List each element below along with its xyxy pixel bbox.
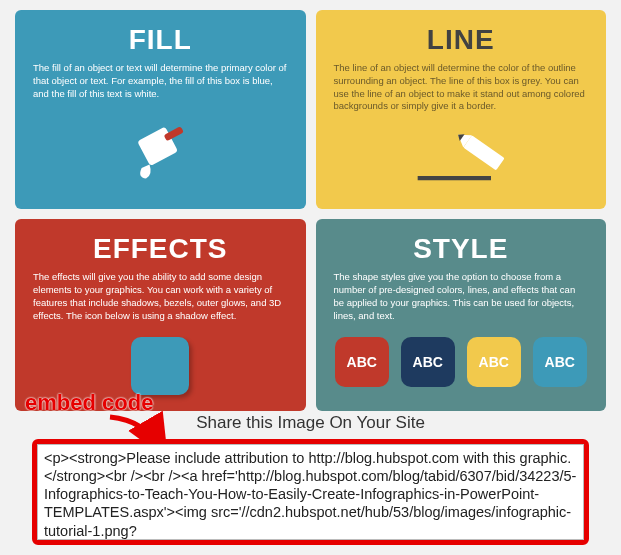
pencil-icon [334, 129, 589, 193]
effects-card: EFFECTS The effects will give you the ab… [15, 219, 306, 410]
line-card: LINE The line of an object will determin… [316, 10, 607, 209]
swatch-label: ABC [479, 354, 509, 370]
swatch-label: ABC [347, 354, 377, 370]
style-swatches: ABC ABC ABC ABC [334, 337, 589, 387]
swatch-teal: ABC [533, 337, 587, 387]
embed-code-box [32, 439, 589, 545]
fill-card: FILL The fill of an object or text will … [15, 10, 306, 209]
share-heading: Share this Image On Your Site [0, 413, 621, 433]
shadow-square-icon [131, 337, 189, 395]
share-section: Share this Image On Your Site [0, 413, 621, 545]
swatch-label: ABC [545, 354, 575, 370]
style-card: STYLE The shape styles give you the opti… [316, 219, 607, 410]
paint-bucket-icon [33, 112, 288, 186]
card-grid: FILL The fill of an object or text will … [0, 0, 621, 416]
fill-title: FILL [33, 24, 288, 56]
swatch-navy: ABC [401, 337, 455, 387]
line-body: The line of an object will determine the… [334, 62, 589, 113]
effects-title: EFFECTS [33, 233, 288, 265]
style-body: The shape styles give you the option to … [334, 271, 589, 322]
embed-code-textarea[interactable] [37, 444, 584, 540]
swatch-red: ABC [335, 337, 389, 387]
swatch-yellow: ABC [467, 337, 521, 387]
fill-body: The fill of an object or text will deter… [33, 62, 288, 100]
line-title: LINE [334, 24, 589, 56]
effects-body: The effects will give you the ability to… [33, 271, 288, 322]
style-title: STYLE [334, 233, 589, 265]
svg-rect-3 [463, 135, 504, 170]
swatch-label: ABC [413, 354, 443, 370]
svg-rect-1 [164, 127, 184, 142]
